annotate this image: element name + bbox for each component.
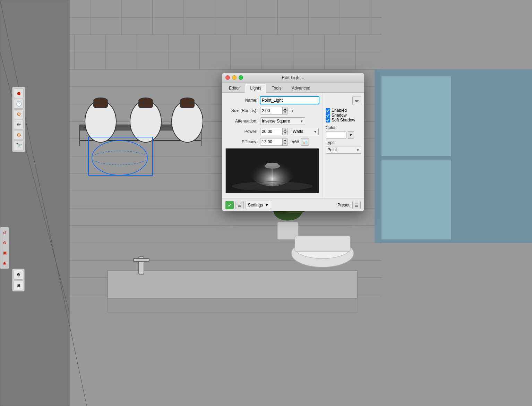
power-spinner-up[interactable]: ▲ [283, 128, 288, 132]
settings-dropdown-arrow: ▼ [265, 203, 269, 208]
tab-tools[interactable]: Tools [266, 84, 286, 92]
size-row: Size (Radius): ▲ ▼ in [225, 107, 319, 115]
shadow-checkbox[interactable] [326, 113, 330, 118]
size-label: Size (Radius): [225, 108, 260, 113]
toolbar-btn-wrench[interactable]: ⚙ [14, 130, 24, 140]
power-spinner-group: ▲ ▼ [260, 128, 288, 135]
efficacy-input[interactable] [260, 138, 283, 146]
type-value: Point [327, 147, 337, 152]
soft-shadow-label: Soft Shadow [332, 118, 355, 122]
attenuation-value: Inverse Square [262, 119, 290, 124]
toolbar-btn-binoculars[interactable]: 🔭 [14, 141, 24, 150]
name-row: Name: [225, 96, 319, 104]
confirm-button[interactable]: ✓ [225, 201, 234, 209]
svg-rect-58 [381, 76, 451, 156]
power-row: Power: ▲ ▼ Watts ▼ [225, 127, 319, 136]
efficacy-spinner-up[interactable]: ▲ [283, 138, 288, 142]
dialog-footer: ✓ ☰ Settings ▼ Preset: ☰ [222, 198, 364, 211]
svg-point-53 [180, 98, 194, 103]
tab-editor[interactable]: Editor [224, 84, 245, 92]
power-unit-arrow: ▼ [314, 130, 317, 134]
toolbar-btn-settings[interactable]: ⚙ [14, 109, 24, 119]
efficacy-chart-btn[interactable]: 📊 [301, 138, 309, 146]
color-swatch[interactable] [326, 131, 346, 139]
soft-shadow-row: Soft Shadow [326, 118, 361, 122]
small-toolbar: ↺ ⚙ ▣ ◉ [0, 227, 9, 269]
settings-dropdown[interactable]: Settings ▼ [246, 201, 271, 209]
enabled-row: Enabled [326, 108, 361, 113]
power-input-group: ▲ ▼ Watts ▼ [260, 128, 319, 135]
power-spinner: ▲ ▼ [283, 128, 288, 135]
size-unit: in [290, 108, 293, 113]
toolbar-btn-power[interactable]: ⏺ [14, 88, 24, 98]
size-input[interactable] [260, 107, 283, 115]
dialog-right-panel: ✏ Enabled Shadow Soft Shadow Color: [323, 93, 364, 198]
power-unit-dropdown[interactable]: Watts ▼ [291, 128, 319, 135]
maximize-button[interactable] [239, 75, 243, 80]
svg-rect-71 [134, 259, 149, 261]
size-spinner: ▲ ▼ [283, 107, 288, 115]
tab-lights[interactable]: Lights [245, 84, 266, 93]
efficacy-spinner-group: ▲ ▼ lm/W 📊 [260, 138, 309, 146]
small-toolbar-btn-4[interactable]: ◉ [1, 258, 8, 268]
traffic-lights [225, 75, 243, 80]
small-toolbar-btn-1[interactable]: ↺ [1, 228, 8, 238]
preset-button[interactable]: ☰ [352, 201, 361, 209]
svg-rect-69 [108, 298, 357, 312]
preview-svg [226, 148, 319, 193]
type-dropdown-arrow: ▼ [356, 148, 360, 152]
shadow-label: Shadow [332, 113, 346, 118]
name-input[interactable] [260, 96, 319, 104]
efficacy-unit: lm/W [290, 139, 299, 144]
size-spinner-up[interactable]: ▲ [283, 107, 288, 111]
svg-point-77 [248, 149, 297, 186]
attenuation-row: Attenuation: Inverse Square ▼ [225, 117, 319, 125]
dialog-tabs: Editor Lights Tools Advanced [222, 83, 364, 93]
svg-rect-67 [295, 236, 350, 252]
enabled-checkbox[interactable] [326, 108, 330, 113]
dialog-title: Edit Light... [225, 75, 361, 80]
attenuation-label: Attenuation: [225, 119, 260, 124]
small-toolbar-btn-3[interactable]: ▣ [1, 248, 8, 258]
settings-label: Settings [248, 203, 263, 208]
dialog-left-panel: Name: Size (Radius): ▲ ▼ in [222, 93, 323, 198]
dialog-main: Name: Size (Radius): ▲ ▼ in [222, 93, 364, 198]
tab-advanced[interactable]: Advanced [286, 84, 315, 92]
svg-rect-68 [108, 271, 357, 298]
edit-light-dialog: Edit Light... Editor Lights Tools Advanc… [222, 73, 364, 211]
small-toolbar-btn-2[interactable]: ⚙ [1, 238, 8, 248]
color-section: Color: ▼ [326, 125, 361, 139]
size-input-group: ▲ ▼ in [260, 107, 293, 115]
toolbar-bottom-btn-1[interactable]: ⚙ [14, 270, 23, 280]
light-preview [225, 148, 319, 193]
color-label: Color: [326, 125, 361, 130]
toolbar-bottom: ⚙ ⊞ [12, 269, 25, 291]
svg-marker-38 [0, 0, 69, 406]
pencil-area: ✏ [326, 96, 361, 105]
power-unit-value: Watts [293, 129, 303, 134]
toolbar-bottom-btn-2[interactable]: ⊞ [14, 280, 23, 290]
svg-point-47 [94, 98, 108, 103]
size-spinner-down[interactable]: ▼ [283, 111, 288, 114]
toolbar-left: ⏺ 🕐 ⚙ ✏ ⚙ 🔭 [12, 87, 25, 152]
type-dropdown[interactable]: Point ▼ [326, 146, 361, 154]
attenuation-dropdown[interactable]: Inverse Square ▼ [260, 117, 305, 125]
power-input[interactable] [260, 128, 283, 135]
efficacy-label: Efficacy: [225, 139, 260, 144]
soft-shadow-checkbox[interactable] [326, 118, 330, 122]
dialog-titlebar: Edit Light... [222, 73, 364, 83]
toolbar-btn-edit[interactable]: ✏ [14, 120, 24, 129]
efficacy-spinner-down[interactable]: ▼ [283, 142, 288, 145]
list-button[interactable]: ☰ [235, 201, 244, 209]
close-button[interactable] [225, 75, 230, 80]
minimize-button[interactable] [232, 75, 237, 80]
color-swatch-row: ▼ [326, 131, 361, 139]
viewport: ⏺ 🕐 ⚙ ✏ ⚙ 🔭 ↺ ⚙ ▣ ◉ ⚙ ⊞ Edit Light... Ed… [0, 0, 532, 406]
toolbar-btn-clock[interactable]: 🕐 [14, 99, 24, 109]
type-section: Type: Point ▼ [326, 140, 361, 154]
pencil-button[interactable]: ✏ [352, 96, 361, 105]
svg-rect-59 [381, 160, 451, 239]
footer-right: Preset: ☰ [337, 201, 361, 209]
power-spinner-down[interactable]: ▼ [283, 132, 288, 135]
color-dropdown-btn[interactable]: ▼ [348, 131, 354, 139]
